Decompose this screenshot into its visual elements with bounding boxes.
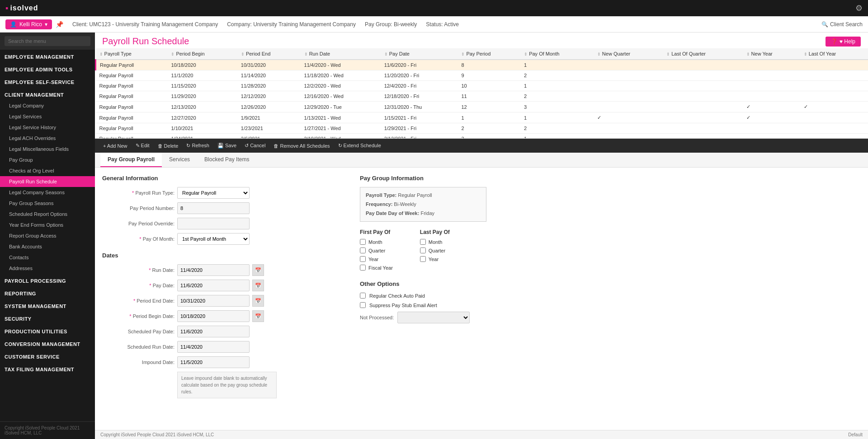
pay-period-number-input[interactable] [177,202,250,214]
col-pay-period[interactable]: ⇕ Pay Period [458,48,520,60]
col-period-end[interactable]: ⇕ Period End [237,48,301,60]
last-pay-quarter-checkbox[interactable] [420,248,426,253]
remove-all-schedules-button[interactable]: 🗑 Remove All Schedules [271,142,332,150]
table-row[interactable]: Regular Payroll12/13/202012/26/202012/29… [96,102,868,112]
pay-of-month-select[interactable]: 1st Payroll of Month 2nd Payroll of Mont… [177,233,250,245]
pay-group-info-title: Pay Group Information [360,175,861,182]
tab-blocked-pay-items[interactable]: Blocked Pay Items [197,153,256,167]
refresh-button[interactable]: ↻ Refresh [184,141,212,150]
sidebar-section-production-utilities[interactable]: PRODUCTION UTILITIES [0,324,95,337]
sidebar-item-addresses[interactable]: Addresses [0,263,95,274]
suppress-pay-stub-checkbox[interactable] [360,302,366,308]
table-row[interactable]: Regular Payroll1/10/20211/23/20211/27/20… [96,123,868,134]
sidebar-section-employee-self-service[interactable]: EMPLOYEE SELF-SERVICE [0,75,95,88]
pay-date-input[interactable] [177,280,250,291]
suppress-pay-stub-row: Suppress Pay Stub Email Alert [360,302,861,308]
last-pay-month-checkbox[interactable] [420,239,426,245]
table-row[interactable]: Regular Payroll11/15/202011/28/202012/2/… [96,81,868,91]
pin-icon[interactable]: 📌 [56,21,63,28]
sidebar-item-pay-group[interactable]: Pay Group [0,154,95,165]
extend-schedule-button[interactable]: ↻ Extend Schedule [335,141,384,150]
cell-1: 11/15/2020 [167,81,237,91]
not-processed-select[interactable] [397,312,470,323]
col-pay-date[interactable]: ⇕ Pay Date [381,48,458,60]
regular-check-auto-paid-checkbox[interactable] [360,293,366,299]
tab-pay-group-payroll[interactable]: Pay Group Payroll [100,153,162,167]
help-button[interactable]: ❓ ♥ Help [826,37,861,47]
pay-period-override-input[interactable] [177,218,250,229]
pay-date-calendar-button[interactable]: 📅 [252,280,264,291]
col-run-date[interactable]: ⇕ Run Date [301,48,381,60]
col-new-year[interactable]: ⇕ New Year [743,48,800,60]
cancel-button[interactable]: ↺ Cancel [242,141,268,150]
sidebar-section-employee-admin-tools[interactable]: EMPLOYEE ADMIN TOOLS [0,62,95,75]
sidebar-item-pay-group-seasons[interactable]: Pay Group Seasons [0,198,95,209]
col-pay-of-month[interactable]: ⇕ Pay Of Month [520,48,594,60]
run-date-calendar-button[interactable]: 📅 [252,264,264,276]
menu-search-input[interactable] [5,36,90,46]
period-begin-date-calendar-button[interactable]: 📅 [252,310,264,322]
sidebar-section-tax-filing-management[interactable]: TAX FILING MANAGEMENT [0,362,95,375]
last-pay-month-label: Month [429,239,443,245]
sidebar-section-system-management[interactable]: SYSTEM MANAGEMENT [0,299,95,312]
last-pay-year-checkbox[interactable] [420,256,426,262]
table-row[interactable]: Regular Payroll11/1/202011/14/202011/18/… [96,70,868,81]
cell-1: 1/10/2021 [167,123,237,134]
cell-7 [594,70,663,81]
sidebar-item-legal-service-history[interactable]: Legal Service History [0,122,95,133]
save-button[interactable]: 💾 Save [215,141,239,150]
sidebar-item-report-group-access[interactable]: Report Group Access [0,230,95,241]
sidebar-item-year-end-forms-options[interactable]: Year End Forms Options [0,220,95,230]
delete-button[interactable]: 🗑 Delete [155,142,181,150]
col-payroll-type[interactable]: ⇕ Payroll Type [96,48,168,60]
user-menu[interactable]: 👤 Kelli Rico ▾ [5,19,52,29]
sidebar-item-contacts[interactable]: Contacts [0,252,95,263]
sidebar-item-checks-at-org-level[interactable]: Checks at Org Level [0,165,95,176]
first-pay-fiscal-year-checkbox[interactable] [360,265,366,271]
sidebar-section-reporting[interactable]: REPORTING [0,286,95,299]
impound-date-input[interactable] [177,356,250,368]
payroll-run-type-select[interactable]: Regular Payroll Off-Cycle Payroll Supple… [177,187,250,199]
add-new-button[interactable]: + Add New [100,142,130,150]
table-area[interactable]: ⇕ Payroll Type⇕ Period Begin⇕ Period End… [95,48,868,139]
first-pay-month-checkbox[interactable] [360,239,366,245]
table-row[interactable]: Regular Payroll12/27/20201/9/20211/13/20… [96,112,868,123]
sidebar-item-legal-company[interactable]: Legal Company [0,100,95,111]
col-period-begin[interactable]: ⇕ Period Begin [167,48,237,60]
sidebar-item-legal-services[interactable]: Legal Services [0,111,95,122]
payroll-run-type-row: Payroll Run Type: Regular Payroll Off-Cy… [102,187,346,199]
period-end-date-input[interactable] [177,295,250,307]
col-new-quarter[interactable]: ⇕ New Quarter [594,48,663,60]
first-pay-year-checkbox[interactable] [360,256,366,262]
sidebar-item-payroll-run-schedule[interactable]: Payroll Run Schedule [0,176,95,187]
period-end-date-calendar-button[interactable]: 📅 [252,295,264,307]
sidebar-section-security[interactable]: SECURITY [0,312,95,324]
sidebar-section-employee-management[interactable]: EMPLOYEE MANAGEMENT [0,50,95,62]
period-begin-date-input[interactable] [177,310,250,322]
sidebar-section-customer-service[interactable]: CUSTOMER SERVICE [0,350,95,362]
sidebar-item-legal-miscellaneous-fields[interactable]: Legal Miscellaneous Fields [0,144,95,154]
table-row[interactable]: Regular Payroll1/24/20212/6/20212/10/202… [96,134,868,139]
col-last-of-year[interactable]: ⇕ Last Of Year [800,48,868,60]
run-date-input[interactable] [177,264,250,276]
scheduled-pay-date-input[interactable] [177,326,250,337]
edit-button[interactable]: ✎ Edit [133,141,152,150]
scheduled-run-date-input[interactable] [177,341,250,353]
sidebar-item-legal-ach-overrides[interactable]: Legal ACH Overrides [0,133,95,144]
table-row[interactable]: Regular Payroll11/29/202012/12/202012/16… [96,91,868,102]
sidebar-item-scheduled-report-options[interactable]: Scheduled Report Options [0,209,95,220]
tab-services[interactable]: Services [162,153,197,167]
page-title: Payroll Run Schedule [102,36,189,47]
pay-date-dow-info: Pay Date Day of Week: Friday [366,209,481,218]
first-pay-quarter-checkbox[interactable] [360,248,366,253]
client-search-button[interactable]: 🔍 Client Search [821,21,863,28]
sidebar-item-bank-accounts[interactable]: Bank Accounts [0,241,95,252]
table-row[interactable]: Regular Payroll10/18/202010/31/202011/4/… [96,60,868,70]
sidebar-section-client-management[interactable]: CLIENT MANAGEMENT [0,88,95,100]
cell-10: ✓ [800,102,868,112]
sidebar-section-conversion-management[interactable]: CONVERSION MANAGEMENT [0,337,95,350]
sidebar-item-legal-company-seasons[interactable]: Legal Company Seasons [0,187,95,198]
col-last-of-quarter[interactable]: ⇕ Last Of Quarter [663,48,742,60]
sidebar-section-payroll-processing[interactable]: PAYROLL PROCESSING [0,274,95,286]
run-date-label: Run Date: [102,267,175,273]
